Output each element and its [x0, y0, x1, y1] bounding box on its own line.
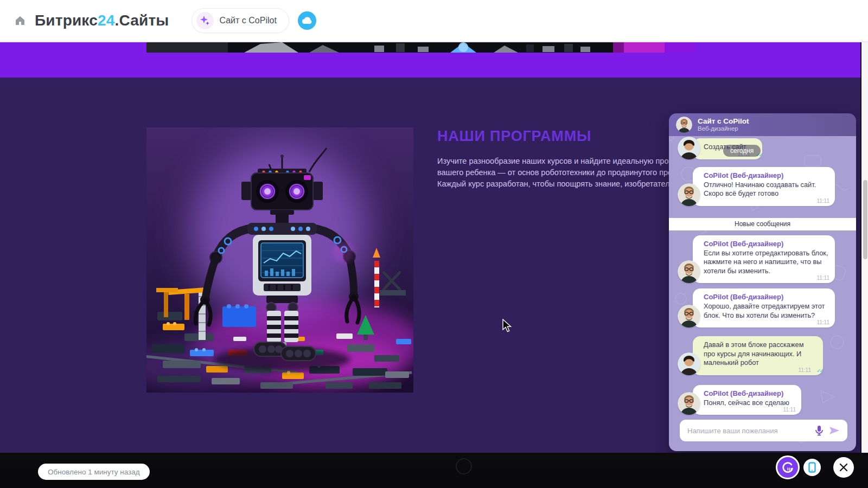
send-icon[interactable] — [827, 423, 842, 438]
date-divider: сегодня — [723, 145, 761, 157]
message-bubble: CoPilot (Веб-дизайнер) Если вы хотите от… — [693, 235, 835, 284]
chat-message-bot: CoPilot (Веб-дизайнер) Хорошо, давайте о… — [678, 288, 847, 328]
message-time: 11:11 — [816, 198, 829, 204]
chat-title: Сайт с CoPilot — [698, 117, 749, 125]
chat-message-input[interactable] — [687, 427, 812, 435]
scrollbar-thumb[interactable] — [863, 180, 867, 259]
message-time: 11:11 — [798, 367, 811, 373]
new-messages-divider: Новые сообщения — [669, 218, 856, 230]
chat-subtitle: Веб-дизайнер — [698, 125, 749, 132]
logo-number: 24 — [98, 12, 115, 29]
close-editor-button[interactable] — [833, 457, 854, 478]
chat-header: Сайт с CoPilot Веб-дизайнер — [669, 113, 856, 136]
site-with-copilot-button[interactable]: Сайт с CoPilot — [192, 8, 289, 33]
message-bubble: CoPilot (Веб-дизайнер) Понял, сейчас все… — [693, 385, 801, 415]
chat-message-list[interactable]: сегодня Создать сайт 11:11 ✓✓ CoPilot (В… — [669, 136, 856, 451]
chat-message-bot: CoPilot (Веб-дизайнер) Если вы хотите от… — [678, 235, 847, 284]
message-sender: CoPilot (Веб-дизайнер) — [704, 293, 828, 301]
copilot-chat-panel: Сайт с CoPilot Веб-дизайнер сегодня — [669, 113, 856, 451]
message-time: 11:11 — [783, 407, 796, 413]
app-logo: Битрикс24.Сайты — [35, 12, 169, 29]
editor-statusbar: Обновлено 1 минуту назад — [0, 453, 868, 488]
chat-input-bar — [680, 420, 847, 441]
logo-brand: Битрикс — [35, 12, 98, 29]
message-bubble: CoPilot (Веб-дизайнер) Хорошо, давайте о… — [693, 288, 835, 328]
mobile-view-button[interactable] — [803, 459, 821, 476]
copilot-logo-icon — [781, 461, 794, 474]
chat-message-user: Давай в этом блоке расскажем про курсы д… — [678, 336, 847, 375]
message-sender: CoPilot (Веб-дизайнер) — [704, 389, 795, 397]
last-updated-status: Обновлено 1 минуту назад — [38, 464, 150, 480]
hero-image-bottom-edge — [146, 42, 695, 53]
message-sender: CoPilot (Веб-дизайнер) — [704, 240, 828, 248]
close-icon — [839, 463, 848, 472]
microphone-icon[interactable] — [812, 423, 827, 438]
section-heading[interactable]: НАШИ ПРОГРАММЫ — [437, 128, 591, 145]
lego-robot-image[interactable] — [146, 127, 413, 393]
copilot-avatar — [678, 392, 700, 415]
copilot-avatar — [678, 260, 700, 283]
editor-toolbar: Битрикс24.Сайты Сайт с CoPilot — [0, 0, 868, 42]
cloud-icon — [302, 17, 312, 24]
site-purple-band[interactable] — [0, 42, 868, 78]
user-avatar — [678, 352, 700, 375]
page-scrollbar — [860, 42, 868, 453]
chat-message-bot: CoPilot (Веб-дизайнер) Понял, сейчас все… — [678, 385, 847, 415]
message-time: 11:11 — [816, 275, 829, 281]
copilot-chat-toggle-button[interactable] — [776, 455, 800, 479]
sparkle-icon — [196, 12, 214, 29]
message-sender: CoPilot (Веб-дизайнер) — [704, 171, 828, 179]
message-time: 11:11 — [816, 319, 829, 325]
logo-suffix: .Сайты — [115, 12, 169, 29]
message-bubble: CoPilot (Веб-дизайнер) Отлично! Начинаю … — [693, 167, 835, 206]
phone-icon — [808, 462, 816, 473]
read-checks-icon: ✓✓ — [816, 368, 824, 374]
user-avatar — [678, 137, 700, 159]
chat-message-user: Создать сайт 11:11 ✓✓ — [678, 138, 847, 159]
cloud-sync-button[interactable] — [298, 11, 316, 30]
copilot-button-label: Сайт с CoPilot — [219, 16, 276, 25]
copilot-avatar — [678, 183, 700, 206]
chat-message-bot: CoPilot (Веб-дизайнер) Отлично! Начинаю … — [678, 167, 847, 206]
home-icon[interactable] — [14, 15, 26, 27]
background-texture — [456, 458, 472, 474]
copilot-avatar — [678, 305, 700, 328]
copilot-avatar — [676, 117, 692, 133]
message-bubble: Давай в этом блоке расскажем про курсы д… — [693, 336, 823, 375]
bitrix24-site-editor: НАШИ ПРОГРАММЫ Изучите разнообразие наши… — [0, 0, 868, 488]
